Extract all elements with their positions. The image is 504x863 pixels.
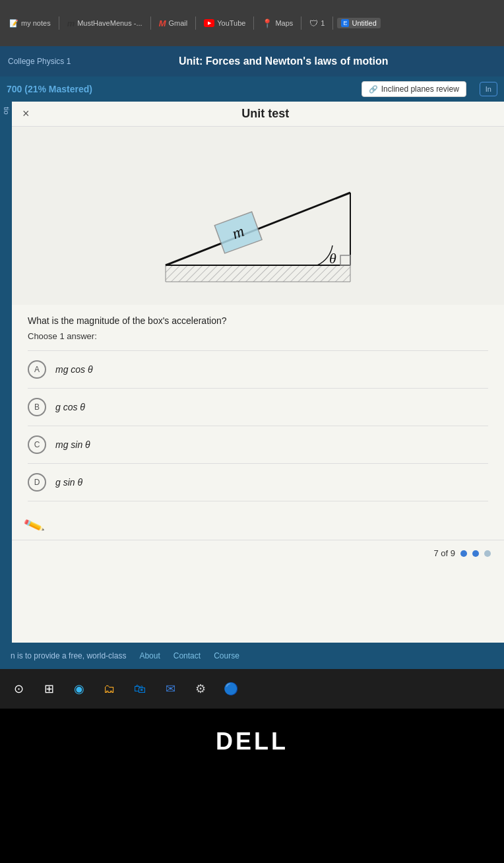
choice-text-b: g cos θ <box>55 402 85 412</box>
choice-text-a: mg cos θ <box>55 364 93 375</box>
taskbar-app1[interactable]: ⚙ <box>189 677 212 701</box>
choice-text-c: mg sin θ <box>55 439 90 450</box>
dell-logo: DELL <box>216 728 288 755</box>
inclined-plane-diagram: m θ <box>126 140 390 298</box>
footer-about[interactable]: About <box>139 651 160 660</box>
svg-marker-1 <box>166 265 350 282</box>
svg-text:θ: θ <box>329 250 336 267</box>
choose-label: Choose 1 answer: <box>28 331 488 341</box>
tab-youtube[interactable]: ▶ YouTube <box>200 18 249 28</box>
choice-text-d: g sin θ <box>55 477 82 488</box>
progress-dot-2 <box>472 550 479 557</box>
svg-rect-8 <box>340 255 350 265</box>
progress-footer: 7 of 9 <box>12 540 504 566</box>
browser-chrome: 📝 my notes m MustHaveMenus -... M Gmail … <box>0 0 504 46</box>
choice-circle-b: B <box>28 398 46 416</box>
unit-title: Unit: Forces and Newton's laws of motion <box>71 55 496 67</box>
tab-maps[interactable]: 📍 Maps <box>258 17 297 30</box>
in-btn[interactable]: In <box>480 82 497 96</box>
scratch-icon: ✏️ <box>22 515 45 537</box>
choice-circle-d: D <box>28 473 46 492</box>
taskbar-start[interactable]: ⊙ <box>7 677 30 701</box>
scratch-area: ✏️ <box>12 512 504 540</box>
taskbar: ⊙ ⊞ ◉ 🗂 🛍 ✉ ⚙ 🔵 <box>0 669 504 709</box>
diagram-area: m θ <box>12 127 504 305</box>
answer-choice-c[interactable]: C mg sin θ <box>28 426 488 463</box>
footer-mission: n is to provide a free, world-class <box>11 651 126 660</box>
taskbar-files[interactable]: 🗂 <box>98 677 121 701</box>
progress-dot-1 <box>460 550 467 557</box>
choice-circle-a: A <box>28 360 46 379</box>
question-content: What is the magnitude of the box's accel… <box>12 305 504 512</box>
modal-title: Unit test <box>38 107 493 121</box>
answer-choice-a[interactable]: A mg cos θ <box>28 350 488 388</box>
inclined-review-btn[interactable]: 🔗 Inclined planes review <box>362 81 466 97</box>
tab-gmail[interactable]: M Gmail <box>155 17 192 30</box>
modal-container: × Unit test <box>12 102 504 643</box>
side-label: tio <box>0 102 12 643</box>
taskbar-chrome[interactable]: 🔵 <box>219 677 243 701</box>
answer-choice-d[interactable]: D g sin θ <box>28 463 488 501</box>
question-text: What is the magnitude of the box's accel… <box>28 315 488 326</box>
mastery-score: 700 (21% Mastered) <box>7 84 92 94</box>
answer-choice-b[interactable]: B g cos θ <box>28 388 488 426</box>
taskbar-mail[interactable]: ✉ <box>158 677 182 701</box>
tab-shield[interactable]: 🛡 1 <box>305 17 329 30</box>
dell-area: DELL <box>0 709 504 775</box>
main-content: tio × Unit test <box>0 102 504 643</box>
progress-text: 7 of 9 <box>433 548 455 558</box>
taskbar-windows[interactable]: ⊞ <box>37 677 61 701</box>
footer-course[interactable]: Course <box>214 651 239 660</box>
modal-header: × Unit test <box>12 102 504 127</box>
ka-topbar: College Physics 1 Unit: Forces and Newto… <box>0 46 504 77</box>
progress-dot-3 <box>484 550 491 557</box>
breadcrumb: College Physics 1 <box>8 57 71 66</box>
tab-musthavemenus[interactable]: m MustHaveMenus -... <box>63 17 146 30</box>
mastery-bar: 700 (21% Mastered) 🔗 Inclined planes rev… <box>0 77 504 102</box>
tab-my-notes[interactable]: 📝 my notes <box>5 18 55 29</box>
footer-contact[interactable]: Contact <box>173 651 201 660</box>
taskbar-edge[interactable]: ◉ <box>67 677 91 701</box>
choice-circle-c: C <box>28 435 46 454</box>
close-button[interactable]: × <box>22 107 30 121</box>
page-footer: n is to provide a free, world-class Abou… <box>0 643 504 669</box>
taskbar-store[interactable]: 🛍 <box>128 677 152 701</box>
tab-untitled[interactable]: E Untitled <box>337 18 380 28</box>
